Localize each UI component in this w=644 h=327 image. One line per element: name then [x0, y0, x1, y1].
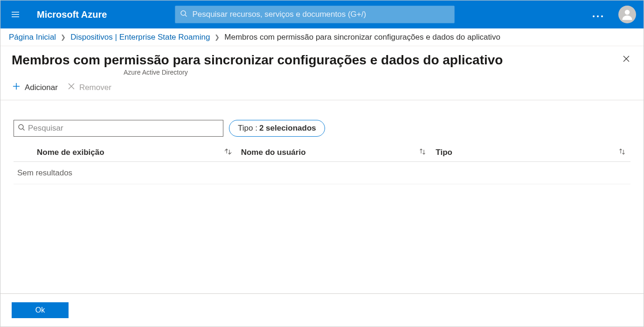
page-title: Membros com permissão para sincronizar c… — [12, 53, 503, 68]
type-filter-prefix: Tipo : — [238, 124, 257, 133]
close-button[interactable] — [620, 53, 632, 67]
toolbar: Adicionar Remover — [0, 79, 644, 100]
sort-icon[interactable] — [419, 148, 426, 157]
account-avatar[interactable] — [618, 6, 636, 23]
add-button-label: Adicionar — [25, 83, 58, 92]
breadcrumb-current: Membros com permissão para sincronizar c… — [224, 33, 500, 42]
svg-point-4 — [625, 10, 630, 14]
page-subtitle: Azure Active Directory — [124, 69, 503, 76]
global-search-input[interactable] — [192, 10, 450, 19]
search-icon — [18, 124, 25, 133]
title-row: Membros com permissão para sincronizar c… — [0, 46, 644, 79]
svg-point-0 — [181, 11, 186, 15]
svg-point-3 — [601, 15, 603, 17]
filter-search-input[interactable] — [28, 124, 219, 133]
more-button[interactable] — [585, 8, 611, 21]
type-filter-value: 2 selecionados — [259, 124, 316, 133]
hamburger-icon — [11, 10, 20, 19]
svg-point-2 — [597, 15, 599, 17]
remove-button: Remover — [67, 82, 111, 93]
column-header-type[interactable]: Tipo — [436, 148, 630, 157]
table-body: Sem resultados — [14, 162, 630, 184]
filter-search-box[interactable] — [14, 120, 223, 137]
svg-point-5 — [19, 125, 23, 129]
column-header-display-name[interactable]: Nome de exibição — [37, 148, 241, 157]
filter-row: Tipo : 2 selecionados — [0, 100, 644, 143]
close-icon — [622, 55, 630, 63]
search-icon — [180, 10, 187, 19]
brand-label: Microsoft Azure — [37, 9, 107, 20]
breadcrumb-link-home[interactable]: Página Inicial — [9, 33, 56, 42]
footer: Ok — [0, 293, 644, 327]
chevron-right-icon: ❯ — [61, 34, 66, 41]
chevron-right-icon: ❯ — [215, 34, 220, 41]
svg-point-1 — [593, 15, 595, 17]
table-header: Nome de exibição Nome do usuário Tipo — [14, 143, 630, 162]
global-search-box[interactable] — [175, 6, 455, 23]
user-icon — [621, 8, 634, 21]
add-button[interactable]: Adicionar — [12, 82, 58, 93]
breadcrumb-link-devices[interactable]: Dispositivos | Enterprise State Roaming — [70, 33, 210, 42]
sort-icon[interactable] — [618, 148, 626, 157]
ellipsis-icon — [592, 15, 603, 18]
breadcrumb: Página Inicial ❯ Dispositivos | Enterpri… — [0, 28, 644, 46]
sort-icon[interactable] — [224, 148, 232, 157]
table-empty-row: Sem resultados — [14, 162, 630, 184]
column-header-user-name[interactable]: Nome do usuário — [241, 148, 436, 157]
type-filter-pill[interactable]: Tipo : 2 selecionados — [229, 120, 325, 137]
remove-button-label: Remover — [79, 83, 111, 92]
hamburger-menu-button[interactable] — [6, 5, 25, 24]
topbar: Microsoft Azure — [0, 0, 644, 28]
table: Nome de exibição Nome do usuário Tipo — [0, 143, 644, 293]
ok-button[interactable]: Ok — [12, 302, 69, 318]
plus-icon — [12, 82, 21, 93]
x-icon — [67, 82, 76, 93]
